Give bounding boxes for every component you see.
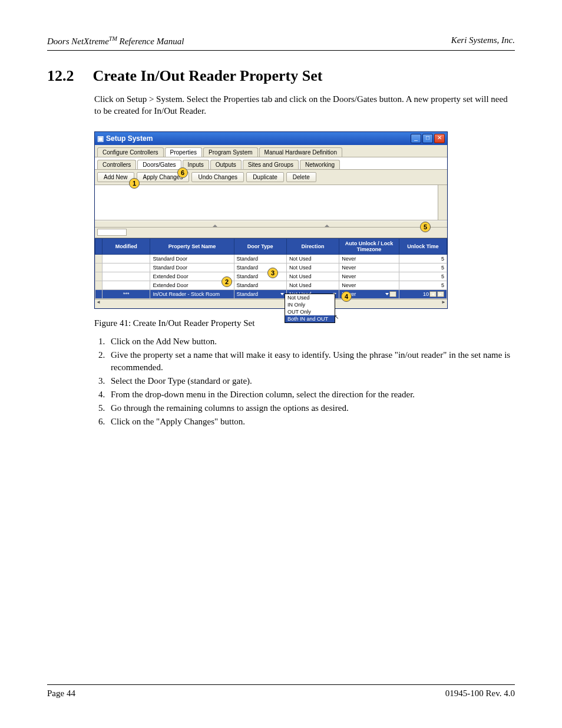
cell-direction[interactable]: Not Used [286, 281, 339, 289]
maximize-button[interactable]: □ [422, 134, 433, 143]
step-6: Click on the "Apply Changes" button. [107, 416, 515, 428]
subtab-networking[interactable]: Networking [300, 160, 340, 169]
col-auto-unlock[interactable]: Auto Unlock / Lock Timezone [339, 238, 399, 254]
page-number: Page 44 [47, 689, 75, 699]
callout-5: 5 [420, 222, 431, 232]
callout-1: 1 [129, 178, 140, 189]
cell-unlock-time[interactable]: 5 [399, 263, 447, 272]
cell-modified[interactable] [103, 272, 150, 281]
col-modified[interactable]: Modified [103, 238, 150, 254]
callout-6: 6 [177, 167, 188, 178]
cell-modified[interactable] [103, 281, 150, 289]
page-header: Doors NetXtremeTM Reference Manual Keri … [47, 35, 515, 47]
direction-option-not-used[interactable]: Not Used [285, 294, 335, 301]
table-row[interactable]: ***In/Out Reader - Stock RoomStandardNot… [95, 289, 447, 298]
subtab-sites-groups[interactable]: Sites and Groups [243, 160, 299, 169]
cell-modified[interactable]: *** [103, 289, 150, 298]
row-header [95, 281, 103, 289]
subtab-doors-gates[interactable]: Doors/Gates [137, 160, 181, 169]
setup-system-window: 1 6 2 3 4 5 ▣ Setup System _ □ ✕ Configu… [94, 131, 448, 309]
toolbar: Add New Apply Changes Undo Changes Dupli… [95, 170, 447, 185]
cell-name[interactable]: In/Out Reader - Stock Room [150, 289, 234, 298]
minimize-button[interactable]: _ [411, 134, 421, 143]
cell-modified[interactable] [103, 254, 150, 263]
row-header [95, 272, 103, 281]
cell-unlock-time[interactable]: ▸◂10 [399, 289, 447, 298]
splitter-bar[interactable] [95, 220, 447, 228]
table-row[interactable]: Standard DoorStandardNot UsedNever5 [95, 254, 447, 263]
upper-pane [95, 185, 447, 220]
undo-changes-button[interactable]: Undo Changes [191, 172, 244, 182]
window-titlebar: ▣ Setup System _ □ ✕ [95, 132, 447, 145]
cell-name[interactable]: Standard Door [150, 254, 234, 263]
table-row[interactable]: Extended DoorStandardNot UsedNever5 [95, 281, 447, 289]
cell-door-type[interactable]: Standard [234, 289, 286, 298]
cell-direction[interactable]: Not Used [286, 254, 339, 263]
delete-button[interactable]: Delete [286, 172, 316, 182]
row-header [95, 289, 103, 298]
cell-door-type[interactable]: Standard [234, 272, 286, 281]
callout-4: 4 [341, 291, 352, 302]
direction-dropdown[interactable]: Not Used IN Only OUT Only Both IN and OU… [285, 294, 335, 323]
sub-tab-strip: Controllers Doors/Gates Inputs Outputs S… [95, 157, 447, 170]
direction-option-both[interactable]: Both IN and OUT [285, 315, 335, 322]
col-door-type[interactable]: Door Type [234, 238, 286, 254]
horizontal-scrollbar[interactable] [95, 299, 447, 308]
col-property-set-name[interactable]: Property Set Name [150, 238, 234, 254]
company-name: Keri Systems, Inc. [451, 35, 515, 47]
cursor-icon: ↖ [334, 314, 339, 320]
header-rule [47, 50, 515, 51]
intro-paragraph: Click on Setup > System. Select the Prop… [94, 93, 515, 117]
subtab-outputs[interactable]: Outputs [210, 160, 242, 169]
cell-timezone[interactable]: Never [339, 263, 399, 272]
tab-properties[interactable]: Properties [165, 147, 203, 157]
section-title-text: Create In/Out Reader Property Set [93, 67, 323, 85]
cell-unlock-time[interactable]: 5 [399, 254, 447, 263]
cell-direction[interactable]: Not Used [286, 263, 339, 272]
direction-option-in-only[interactable]: IN Only [285, 301, 335, 308]
top-tab-strip: Configure Controllers Properties Program… [95, 145, 447, 157]
step-5: Go through the remaining columns to assi… [107, 402, 515, 414]
callout-3: 3 [267, 268, 278, 278]
close-button[interactable]: ✕ [434, 134, 445, 143]
duplicate-button[interactable]: Duplicate [246, 172, 284, 182]
callout-2: 2 [222, 276, 232, 287]
cell-door-type[interactable]: Standard [234, 263, 286, 272]
page-footer: Page 44 01945-100 Rev. 4.0 [47, 684, 515, 699]
step-2: Give the property set a name that will m… [107, 349, 515, 374]
product-name: Doors NetXtreme [47, 37, 109, 46]
doc-number: 01945-100 Rev. 4.0 [445, 689, 515, 699]
cell-unlock-time[interactable]: 5 [399, 272, 447, 281]
section-heading: 12.2 Create In/Out Reader Property Set [47, 67, 515, 85]
cell-door-type[interactable]: Standard [234, 281, 286, 289]
steps-list: Click on the Add New button. Give the pr… [94, 335, 515, 428]
app-icon: ▣ [97, 134, 104, 143]
lower-pane-tabs [95, 228, 447, 238]
cell-timezone[interactable]: Never [339, 272, 399, 281]
tab-configure-controllers[interactable]: Configure Controllers [97, 147, 164, 157]
col-unlock-time[interactable]: Unlock Time [399, 238, 447, 254]
cell-modified[interactable] [103, 263, 150, 272]
col-direction[interactable]: Direction [286, 238, 339, 254]
cell-timezone[interactable]: Never [339, 281, 399, 289]
upper-scrollbar[interactable] [438, 185, 447, 220]
direction-option-out-only[interactable]: OUT Only [285, 308, 335, 315]
cell-timezone[interactable]: Never [339, 254, 399, 263]
step-3: Select the Door Type (standard or gate). [107, 375, 515, 387]
cell-unlock-time[interactable]: 5 [399, 281, 447, 289]
step-1: Click on the Add New button. [107, 335, 515, 348]
window-title: Setup System [106, 134, 153, 143]
cell-name[interactable]: Standard Door [150, 263, 234, 272]
section-number: 12.2 [47, 67, 74, 85]
row-header [95, 263, 103, 272]
col-rowheader [95, 238, 103, 254]
subtab-controllers[interactable]: Controllers [97, 160, 136, 169]
tab-program-system[interactable]: Program System [203, 147, 257, 157]
add-new-button[interactable]: Add New [97, 172, 134, 182]
subtab-inputs[interactable]: Inputs [183, 160, 209, 169]
tab-manual-hardware[interactable]: Manual Hardware Definition [259, 147, 342, 157]
row-header [95, 254, 103, 263]
step-4: From the drop-down menu in the Direction… [107, 388, 515, 401]
cell-direction[interactable]: Not Used [286, 272, 339, 281]
cell-door-type[interactable]: Standard [234, 254, 286, 263]
